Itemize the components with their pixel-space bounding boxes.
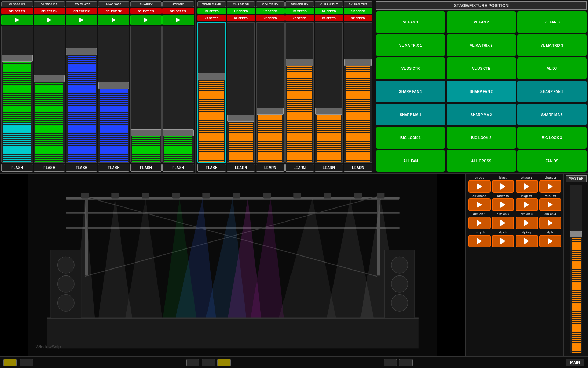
ctrl-play-djfx[interactable]: [539, 235, 562, 247]
bb-btn-right-2[interactable]: [399, 359, 412, 366]
fader-handle-0[interactable]: [2, 55, 33, 62]
chase-bottom-btn-1[interactable]: LEARN: [227, 164, 255, 172]
select-fix-btn-3[interactable]: SELECT FIX: [98, 8, 130, 14]
x2-speed-btn-2[interactable]: X2 SPEED: [256, 15, 285, 21]
fader-handle-5[interactable]: [163, 129, 194, 136]
play-btn-4[interactable]: [130, 15, 162, 25]
fixture-btn-vl-ds-ctr[interactable]: VL DS CTR: [376, 57, 445, 79]
chase-fader-1[interactable]: [227, 22, 255, 163]
chase-fader-3[interactable]: [285, 22, 314, 163]
chase-bottom-btn-4[interactable]: LEARN: [315, 164, 343, 172]
play-btn-1[interactable]: [34, 15, 65, 25]
master-fader-track[interactable]: [570, 185, 582, 353]
fader-track-0[interactable]: [1, 26, 33, 163]
fixture-btn-fan-ds[interactable]: FAN DS: [517, 150, 587, 172]
ctrl-play-blgrfx[interactable]: [516, 198, 538, 211]
chase-bottom-btn-2[interactable]: LEARN: [256, 164, 285, 172]
chase-fader-2[interactable]: [256, 22, 285, 163]
half-speed-btn-5[interactable]: 1/2 SPEED: [344, 8, 372, 14]
ctrl-play-chase1[interactable]: [516, 180, 538, 193]
fader-handle-1[interactable]: [34, 75, 65, 82]
bb-btn-left-1[interactable]: [4, 359, 17, 366]
ctrl-play-dimch1[interactable]: [468, 217, 491, 229]
ctrl-play-chase2[interactable]: [539, 180, 562, 193]
fader-track-1[interactable]: [34, 26, 65, 163]
fixture-btn-all-cross[interactable]: ALL CROSS: [447, 150, 516, 172]
half-speed-btn-3[interactable]: 1/2 SPEED: [285, 8, 314, 14]
half-speed-btn-1[interactable]: 1/2 SPEED: [227, 8, 255, 14]
play-btn-5[interactable]: [162, 15, 194, 25]
ctrl-play-strobe[interactable]: [468, 180, 491, 193]
bb-btn-center-3[interactable]: [217, 359, 231, 366]
ctrl-play-rdwhfx[interactable]: [492, 198, 514, 211]
fixture-btn-sharp-ma-1[interactable]: SHARP MA 1: [376, 104, 445, 125]
fixture-btn-sharp-ma-2[interactable]: SHARP MA 2: [447, 104, 516, 125]
fixture-btn-sharp-fan-1[interactable]: SHARP FAN 1: [376, 81, 445, 102]
play-btn-3[interactable]: [98, 15, 130, 25]
fixture-btn-big-look-1[interactable]: BIG LOOK 1: [376, 127, 445, 149]
fixture-btn-sharp-ma-3[interactable]: SHARP MA 3: [517, 104, 587, 125]
fader-handle-3[interactable]: [98, 82, 129, 89]
ctrl-play-djch[interactable]: [492, 235, 514, 247]
ctrl-play-lftrgch[interactable]: [468, 235, 491, 247]
select-fix-btn-5[interactable]: SELECT FIX: [162, 8, 194, 14]
ctrl-play-dimch2[interactable]: [492, 217, 514, 229]
half-speed-btn-4[interactable]: 1/2 SPEED: [315, 8, 343, 14]
chase-bottom-btn-5[interactable]: LEARN: [344, 164, 372, 172]
bb-btn-right-1[interactable]: [384, 359, 397, 366]
chase-fader-0[interactable]: [197, 22, 226, 163]
fixture-btn-vl-fan-3[interactable]: VL FAN 3: [517, 11, 587, 33]
ctrl-play-dmch4[interactable]: [539, 217, 562, 229]
flash-btn-2[interactable]: FLASH: [66, 164, 97, 172]
ctrl-play-clrchase[interactable]: [468, 198, 491, 211]
fixture-btn-vl-fan-2[interactable]: VL FAN 2: [447, 11, 516, 33]
fader-track-5[interactable]: [162, 26, 194, 163]
x2-speed-btn-1[interactable]: X2 SPEED: [227, 15, 255, 21]
ctrl-play-djkey[interactable]: [516, 235, 538, 247]
play-btn-2[interactable]: [66, 15, 97, 25]
x2-speed-btn-0[interactable]: X2 SPEED: [197, 15, 226, 21]
chase-handle-5[interactable]: [344, 59, 372, 66]
flash-btn-3[interactable]: FLASH: [98, 164, 130, 172]
half-speed-btn-0[interactable]: 1/2 SPEED: [197, 8, 226, 14]
flash-btn-5[interactable]: FLASH: [162, 164, 194, 172]
ctrl-play-dmch3[interactable]: [516, 217, 538, 229]
fader-handle-4[interactable]: [131, 129, 161, 136]
chase-handle-1[interactable]: [227, 115, 255, 122]
fixture-btn-vl-dj[interactable]: VL DJ: [517, 57, 587, 79]
bb-btn-center-1[interactable]: [186, 359, 200, 366]
fixture-btn-vl-ma-trix-2[interactable]: VL MA TRIX 2: [447, 34, 516, 56]
chase-handle-0[interactable]: [198, 73, 225, 80]
fixture-btn-sharp-fan-2[interactable]: SHARP FAN 2: [447, 81, 516, 102]
fixture-btn-big-look-3[interactable]: BIG LOOK 3: [517, 127, 587, 149]
fixture-btn-big-look-2[interactable]: BIG LOOK 2: [447, 127, 516, 149]
select-fix-btn-0[interactable]: SELECT FIX: [1, 8, 33, 14]
flash-btn-4[interactable]: FLASH: [130, 164, 162, 172]
chase-handle-4[interactable]: [315, 108, 343, 115]
fixture-btn-all-fan[interactable]: ALL FAN: [376, 150, 445, 172]
select-fix-btn-1[interactable]: SELECT FIX: [34, 8, 65, 14]
chase-handle-2[interactable]: [257, 108, 284, 115]
half-speed-btn-2[interactable]: 1/2 SPEED: [256, 8, 285, 14]
select-fix-btn-2[interactable]: SELECT FIX: [66, 8, 97, 14]
fixture-btn-sharp-fan-3[interactable]: SHARP FAN 3: [517, 81, 587, 102]
chase-bottom-btn-0[interactable]: FLASH: [197, 164, 226, 172]
x2-speed-btn-5[interactable]: X2 SPEED: [344, 15, 372, 21]
x2-speed-btn-4[interactable]: X2 SPEED: [315, 15, 343, 21]
bb-btn-center-2[interactable]: [202, 359, 215, 366]
fader-track-4[interactable]: [130, 26, 162, 163]
select-fix-btn-4[interactable]: SELECT FIX: [130, 8, 162, 14]
chase-fader-4[interactable]: [315, 22, 343, 163]
flash-btn-0[interactable]: FLASH: [1, 164, 33, 172]
chase-handle-3[interactable]: [286, 59, 313, 66]
chase-bottom-btn-3[interactable]: LEARN: [285, 164, 314, 172]
master-fader-handle[interactable]: [570, 231, 582, 237]
chase-fader-5[interactable]: [344, 22, 372, 163]
fader-handle-2[interactable]: [66, 48, 97, 55]
x2-speed-btn-3[interactable]: X2 SPEED: [285, 15, 314, 21]
fader-track-2[interactable]: [66, 26, 97, 163]
bb-btn-left-2[interactable]: [20, 359, 33, 366]
ctrl-play-rdbufx[interactable]: [539, 198, 562, 211]
fader-track-3[interactable]: [98, 26, 130, 163]
ctrl-play-blast[interactable]: [492, 180, 514, 193]
